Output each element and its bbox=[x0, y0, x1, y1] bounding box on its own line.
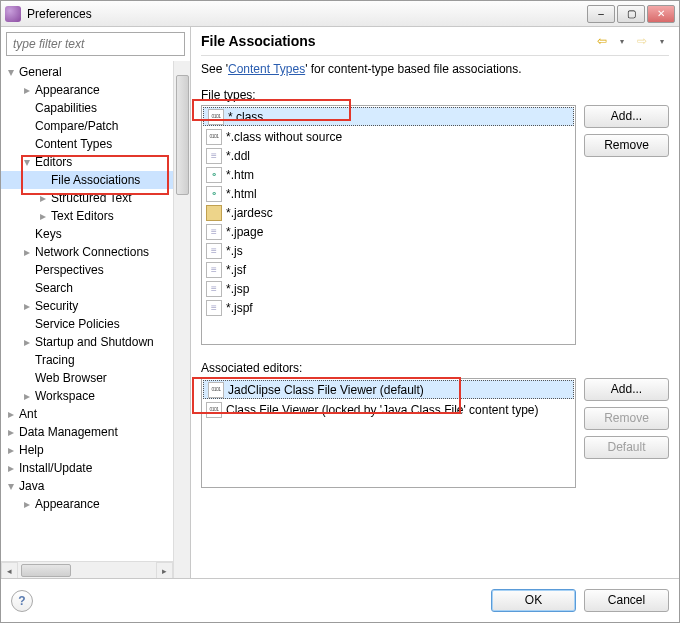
tree-item[interactable]: ·Web Browser bbox=[1, 369, 173, 387]
tree-item[interactable]: ▸Workspace bbox=[1, 387, 173, 405]
tree-item[interactable]: ·Tracing bbox=[1, 351, 173, 369]
filter-input[interactable] bbox=[11, 36, 180, 52]
minimize-button[interactable]: – bbox=[587, 5, 615, 23]
expand-icon[interactable]: ▸ bbox=[37, 191, 49, 205]
cancel-button[interactable]: Cancel bbox=[584, 589, 669, 612]
filetypes-remove-button[interactable]: Remove bbox=[584, 134, 669, 157]
tree-item[interactable]: ·Keys bbox=[1, 225, 173, 243]
tree-label: Ant bbox=[19, 407, 37, 421]
filetype-row[interactable]: *.class without source bbox=[202, 127, 575, 146]
filetype-row[interactable]: *.jpage bbox=[202, 222, 575, 241]
tree-label: Web Browser bbox=[35, 371, 107, 385]
tree-item[interactable]: ·Capabilities bbox=[1, 99, 173, 117]
collapse-icon[interactable]: ▾ bbox=[21, 155, 33, 169]
tree-item[interactable]: ▸Help bbox=[1, 441, 173, 459]
tree-item[interactable]: ▸Appearance bbox=[1, 495, 173, 513]
close-button[interactable]: ✕ bbox=[647, 5, 675, 23]
ok-button[interactable]: OK bbox=[491, 589, 576, 612]
tree-item[interactable]: ▸Install/Update bbox=[1, 459, 173, 477]
tree-vscroll[interactable] bbox=[173, 61, 190, 578]
expand-icon[interactable]: ▸ bbox=[21, 389, 33, 403]
tree-item[interactable]: ▸Security bbox=[1, 297, 173, 315]
scroll-right-icon[interactable]: ▸ bbox=[156, 562, 173, 578]
assoc-list[interactable]: JadClipse Class File Viewer (default)Cla… bbox=[201, 378, 576, 488]
page-title: File Associations bbox=[201, 33, 595, 49]
tree-item[interactable]: ·Service Policies bbox=[1, 315, 173, 333]
hscroll-thumb[interactable] bbox=[21, 564, 71, 577]
tree-hscroll[interactable]: ◂ ▸ bbox=[1, 561, 173, 578]
expand-icon[interactable]: ▸ bbox=[5, 425, 17, 439]
tree-item[interactable]: ·Search bbox=[1, 279, 173, 297]
filetype-row[interactable]: *.js bbox=[202, 241, 575, 260]
tree-label: Startup and Shutdown bbox=[35, 335, 154, 349]
tree-label: Perspectives bbox=[35, 263, 104, 277]
tree-item[interactable]: ▸Structured Text bbox=[1, 189, 173, 207]
twisty-blank: · bbox=[21, 353, 33, 367]
expand-icon[interactable]: ▸ bbox=[5, 407, 17, 421]
editor-row[interactable]: JadClipse Class File Viewer (default) bbox=[203, 380, 574, 399]
filetypes-list[interactable]: *.class*.class without source*.ddl*.htm*… bbox=[201, 105, 576, 345]
tree-item[interactable]: ▸Network Connections bbox=[1, 243, 173, 261]
collapse-icon[interactable]: ▾ bbox=[5, 65, 17, 79]
expand-icon[interactable]: ▸ bbox=[21, 83, 33, 97]
expand-icon[interactable]: ▸ bbox=[21, 245, 33, 259]
twisty-blank: · bbox=[21, 263, 33, 277]
vscroll-thumb[interactable] bbox=[176, 75, 189, 195]
jar-icon bbox=[206, 205, 222, 221]
expand-icon[interactable]: ▸ bbox=[37, 209, 49, 223]
tree-item[interactable]: ·Perspectives bbox=[1, 261, 173, 279]
twisty-blank: · bbox=[21, 119, 33, 133]
filetypes-add-button[interactable]: Add... bbox=[584, 105, 669, 128]
tree-item[interactable]: ▸Startup and Shutdown bbox=[1, 333, 173, 351]
filetype-row[interactable]: *.htm bbox=[202, 165, 575, 184]
tree-item[interactable]: ▾Java bbox=[1, 477, 173, 495]
tree-item[interactable]: ▾General bbox=[1, 63, 173, 81]
expand-icon[interactable]: ▸ bbox=[21, 335, 33, 349]
doc-icon bbox=[206, 300, 222, 316]
filetype-row[interactable]: *.jsf bbox=[202, 260, 575, 279]
expand-icon[interactable]: ▸ bbox=[5, 443, 17, 457]
maximize-button[interactable]: ▢ bbox=[617, 5, 645, 23]
nav-back-menu-icon[interactable]: ▾ bbox=[615, 34, 629, 48]
filetype-row[interactable]: *.html bbox=[202, 184, 575, 203]
tree-label: Security bbox=[35, 299, 78, 313]
editor-row[interactable]: Class File Viewer (locked by 'Java Class… bbox=[202, 400, 575, 419]
editor-label: Class File Viewer (locked by 'Java Class… bbox=[226, 403, 538, 417]
filter-box[interactable] bbox=[6, 32, 185, 56]
nav-forward-menu-icon[interactable]: ▾ bbox=[655, 34, 669, 48]
nav-back-icon[interactable]: ⇦ bbox=[595, 34, 609, 48]
expand-icon[interactable]: ▸ bbox=[21, 497, 33, 511]
filetype-row[interactable]: *.ddl bbox=[202, 146, 575, 165]
tree-item[interactable]: ▸Ant bbox=[1, 405, 173, 423]
tree-label: Install/Update bbox=[19, 461, 92, 475]
tree-label: Compare/Patch bbox=[35, 119, 118, 133]
tree-list[interactable]: ▾General▸Appearance·Capabilities·Compare… bbox=[1, 61, 173, 561]
tree-item[interactable]: ·Compare/Patch bbox=[1, 117, 173, 135]
tree-item[interactable]: ▸Data Management bbox=[1, 423, 173, 441]
preferences-window: Preferences – ▢ ✕ ▾General▸Appearance·Ca… bbox=[0, 0, 680, 623]
assoc-add-button[interactable]: Add... bbox=[584, 378, 669, 401]
scroll-left-icon[interactable]: ◂ bbox=[1, 562, 18, 578]
expand-icon[interactable]: ▸ bbox=[21, 299, 33, 313]
tree-item[interactable]: ·File Associations bbox=[1, 171, 173, 189]
editor-label: JadClipse Class File Viewer (default) bbox=[228, 383, 424, 397]
nav-forward-icon[interactable]: ⇨ bbox=[635, 34, 649, 48]
tree-item[interactable]: ▸Appearance bbox=[1, 81, 173, 99]
twisty-blank: · bbox=[21, 317, 33, 331]
filetype-row[interactable]: *.jspf bbox=[202, 298, 575, 317]
tree-item[interactable]: ▾Editors bbox=[1, 153, 173, 171]
help-icon[interactable]: ? bbox=[11, 590, 33, 612]
collapse-icon[interactable]: ▾ bbox=[5, 479, 17, 493]
tree-item[interactable]: ·Content Types bbox=[1, 135, 173, 153]
filetype-row[interactable]: *.jardesc bbox=[202, 203, 575, 222]
class-icon bbox=[206, 129, 222, 145]
filetype-row[interactable]: *.class bbox=[203, 107, 574, 126]
filetype-label: *.jpage bbox=[226, 225, 263, 239]
right-pane: File Associations ⇦ ▾ ⇨ ▾ See 'Content T… bbox=[191, 27, 679, 578]
content-types-link[interactable]: Content Types bbox=[228, 62, 305, 76]
tree-label: Tracing bbox=[35, 353, 75, 367]
tree-item[interactable]: ▸Text Editors bbox=[1, 207, 173, 225]
expand-icon[interactable]: ▸ bbox=[5, 461, 17, 475]
intro-prefix: See ' bbox=[201, 62, 228, 76]
filetype-row[interactable]: *.jsp bbox=[202, 279, 575, 298]
